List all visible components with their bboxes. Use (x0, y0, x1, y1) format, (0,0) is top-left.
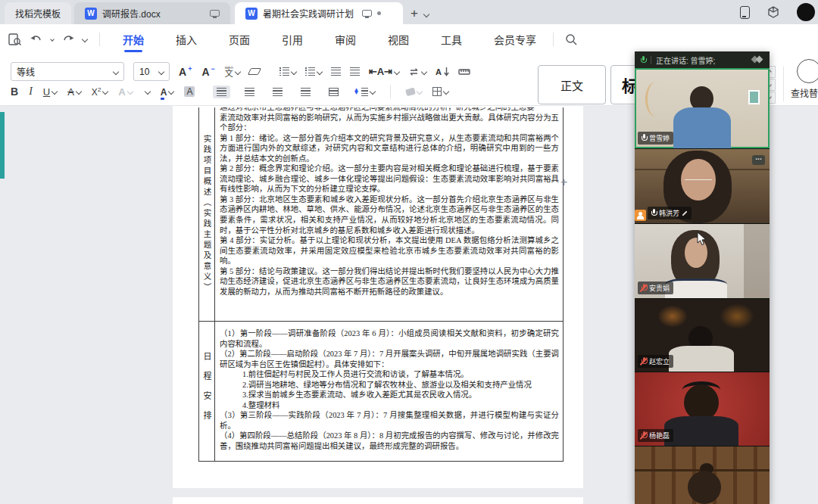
pinyin-guide-button[interactable]: wén文 (225, 65, 240, 78)
tile-more-button[interactable]: ... (752, 155, 765, 165)
writer-file-icon: W (85, 8, 97, 20)
down-arrow-icon (444, 67, 449, 76)
video-tile[interactable]: 杨艳磊 (635, 372, 770, 446)
participant-silhouette (669, 346, 734, 372)
tab-references[interactable]: 引用 (280, 25, 304, 54)
tab-doc-report[interactable]: W 调研报告.docx (74, 2, 230, 24)
font-size-select[interactable]: 10 (133, 62, 170, 81)
participant-name-badge: 杨艳磊 (638, 429, 673, 442)
borders-button[interactable] (432, 87, 448, 96)
increase-indent-button[interactable] (350, 67, 360, 76)
distribute-button[interactable] (325, 86, 342, 98)
align-center-button[interactable] (241, 86, 258, 98)
paragraph[interactable]: （3）第三阶段——实践阶段（2023 年 7 月）：7 月搜集整理相关数据，并进… (220, 410, 559, 431)
text-direction-button[interactable] (408, 67, 426, 76)
text-effects-button[interactable]: A (118, 86, 132, 98)
border-grid-icon (432, 87, 442, 96)
video-tile-partial[interactable] (635, 446, 770, 504)
chevron-down-icon (168, 89, 174, 95)
table-row-header[interactable]: 实践项目概述（实践主题及意义） (199, 107, 215, 321)
paragraph[interactable]: 第 4 部分：实证分析。基于以上理论和现状分析，本文提出使用 DEA 数据包络分… (220, 235, 559, 266)
table-cell-overview[interactable]: 通过对北京市生态涵养区与非生态涵养区之间要素流动情况的分析，研究城乡之间的生态要… (215, 107, 563, 321)
paragraph[interactable]: 3.探求当前城乡生态要素流动、城乡收入差距尤其是农民收入情况。 (220, 390, 559, 400)
video-tile-active-speaker[interactable]: 曾雪婷 (635, 68, 770, 148)
numbered-list-button[interactable] (305, 67, 322, 76)
meeting-header-drag-handle[interactable]: 正在讲话: 曾雪婷; (635, 51, 770, 68)
paragraph[interactable]: （4）第四阶段——总结阶段（2023 年 8 月）：8 月初完成报告的内容撰写、… (220, 431, 559, 451)
tab-review[interactable]: 审阅 (333, 25, 357, 54)
paragraph[interactable]: 第 5 部分：结论与政策建议。这一部分我们得出结论并提出新时代我们要坚持以人民为… (220, 266, 559, 297)
character-scale-button[interactable]: ⇤A⇥ (369, 66, 399, 77)
paragraph[interactable]: 第 2 部分：概念界定和理论介绍。这一部分主要内容是对相关概念和理论基础进行梳理… (220, 163, 559, 194)
table-cell-schedule[interactable]: （1）第一阶段——调研准备阶段（2023 年 6 月）：小组成员阅读相关文献和资… (215, 322, 563, 461)
sort-button[interactable]: A (436, 67, 449, 76)
highlight-color-button[interactable] (143, 89, 150, 94)
redo-dropdown-chevron-icon[interactable] (82, 36, 88, 42)
account-avatar[interactable] (797, 3, 815, 21)
shading-button[interactable] (406, 89, 422, 95)
tab-insert[interactable]: 插入 (174, 25, 198, 54)
video-tile[interactable]: ... 韩洪芳 (635, 149, 770, 223)
tab-member[interactable]: 会员专享 (492, 25, 538, 54)
tab-list-chevron-icon[interactable] (423, 11, 429, 17)
strikethrough-button[interactable]: A (67, 86, 81, 98)
document-page[interactable]: 实践项目概述（实践主题及意义） 通过对北京市生态涵养区与非生态涵养区之间要素流动… (173, 106, 583, 488)
print-preview-icon[interactable] (8, 33, 22, 46)
tab-ruler-button[interactable] (458, 67, 470, 76)
character-shading-button[interactable]: A (184, 86, 195, 97)
tab-tools[interactable]: 工具 (439, 25, 464, 54)
font-name-select[interactable]: 等线 (11, 62, 124, 81)
undo-dropdown-chevron-icon[interactable] (50, 37, 55, 42)
superscript-button[interactable]: X2 (92, 86, 108, 98)
new-tab-button[interactable]: + (403, 6, 424, 24)
increase-font-button[interactable]: A+ (179, 66, 192, 78)
mic-muted-icon (641, 431, 647, 440)
mic-on-icon (640, 56, 646, 64)
mobile-view-icon[interactable] (740, 6, 750, 19)
redo-icon[interactable] (61, 34, 75, 45)
participant-name: 曾雪婷 (649, 133, 670, 143)
style-normal[interactable]: 正文 (538, 65, 606, 104)
paragraph[interactable]: 2.调研当地耕地、绿地等分布情况和了解农牧林业、旅游业以及相关和支持产业情况 (220, 380, 559, 390)
paragraph[interactable]: 第 1 部分：绪论。这一部分首先介绍本文的研究背景及研究意义，从生态要素流动和共… (220, 133, 559, 164)
clear-format-button[interactable] (249, 68, 260, 75)
bold-button[interactable]: B (11, 86, 18, 98)
paragraph[interactable]: （2）第二阶段——启动阶段（2023 年 7 月）：7 月开展案头调研，中旬开展… (220, 349, 559, 369)
tab-template-store[interactable]: 找稻壳模板 (5, 2, 71, 24)
chevron-down-icon (394, 68, 400, 74)
font-color-button[interactable]: A (161, 86, 174, 98)
paragraph[interactable]: （1）第一阶段——调研准备阶段（2023 年 6 月）：小组成员阅读相关文献和资… (220, 328, 559, 349)
tab-page[interactable]: 页面 (227, 25, 251, 54)
chevron-down-icon (144, 89, 150, 95)
justify-button[interactable] (297, 86, 314, 98)
bullet-list-button[interactable] (279, 67, 296, 76)
decrease-indent-button[interactable] (331, 67, 341, 76)
decrease-font-button[interactable]: A− (201, 66, 215, 78)
paragraph[interactable]: 素流动效率对共同富裕的影响研究，从而为实施乡村振兴战略做出更大贡献。具体研究内容… (220, 113, 559, 133)
italic-button[interactable]: I (29, 86, 33, 98)
participant-silhouette (688, 471, 721, 504)
paragraph[interactable]: 通过对北京市生态涵养区与非生态涵养区之间要素流动情况的分析，研究城乡之间的生态要 (220, 107, 559, 113)
underline-button[interactable]: U (43, 86, 57, 98)
align-left-button[interactable] (213, 86, 230, 98)
line-spacing-button[interactable]: ▲▼ (353, 88, 375, 96)
undo-icon[interactable] (30, 34, 43, 45)
table-row-header[interactable]: 日程安排 (199, 322, 215, 461)
tab-home[interactable]: 开始 (121, 25, 145, 54)
table-insert-handle[interactable]: + (560, 176, 567, 189)
integration-cube-icon[interactable] (766, 5, 780, 19)
participant-name-badge: 安贵娟 (638, 282, 673, 294)
paragraph[interactable]: 第 3 部分：北京地区生态要素和城乡收入差距现状分析。这一部分首先介绍北京生态涵… (220, 194, 559, 235)
paragraph[interactable]: 1.前往佃起村与村民及工作人员进行交流和访谈，了解基本情况。 (220, 369, 559, 380)
tab-doc-plan-active[interactable]: W 暑期社会实践调研计划 (235, 2, 403, 24)
participant-name: 韩洪芳 (659, 208, 679, 218)
tab-view[interactable]: 视图 (386, 25, 411, 54)
host-badge-icon (635, 210, 646, 221)
video-call-panel[interactable]: 正在讲话: 曾雪婷; 曾雪婷 ... 韩洪芳 (635, 51, 770, 504)
align-right-button[interactable] (269, 86, 286, 98)
video-tile[interactable]: 赵宏立 (635, 299, 770, 372)
ribbon-search-icon[interactable] (564, 33, 578, 46)
participant-silhouette (665, 278, 727, 298)
paragraph[interactable]: 4.整理材料 (220, 400, 559, 411)
font-size-value: 10 (139, 67, 149, 77)
